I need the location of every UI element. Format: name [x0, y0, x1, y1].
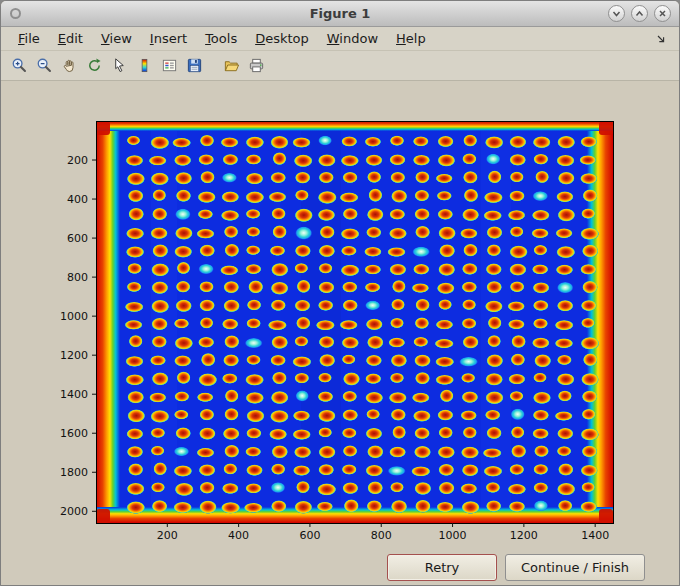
legend-icon	[161, 57, 178, 74]
save-floppy-icon	[186, 57, 203, 74]
zoom-in-icon	[11, 57, 28, 74]
svg-text:200: 200	[157, 529, 178, 542]
menu-tools[interactable]: Tools	[196, 29, 246, 48]
menu-file[interactable]: File	[9, 29, 49, 48]
pan-button[interactable]	[57, 54, 81, 78]
svg-text:800: 800	[67, 271, 88, 284]
menu-insert[interactable]: Insert	[141, 29, 196, 48]
close-icon	[657, 8, 668, 19]
dock-arrow-icon	[655, 33, 667, 45]
titlebar[interactable]: Figure 1	[1, 1, 679, 27]
zoom-out-button[interactable]	[32, 54, 56, 78]
svg-text:600: 600	[299, 529, 320, 542]
image-layer	[96, 121, 613, 523]
chevron-up-icon	[634, 8, 645, 19]
printer-icon	[248, 57, 265, 74]
legend-button[interactable]	[157, 54, 181, 78]
menu-window[interactable]: Window	[318, 29, 387, 48]
minimize-button[interactable]	[608, 5, 625, 22]
svg-text:400: 400	[67, 193, 88, 206]
retry-button[interactable]: Retry	[387, 554, 497, 581]
rotate-3d-icon	[86, 57, 103, 74]
print-button[interactable]	[244, 54, 268, 78]
svg-text:400: 400	[228, 529, 249, 542]
zoom-in-button[interactable]	[7, 54, 31, 78]
open-button[interactable]	[219, 54, 243, 78]
dock-figure-button[interactable]	[655, 33, 667, 45]
colorbar-icon	[136, 57, 153, 74]
svg-text:1200: 1200	[60, 349, 88, 362]
figure-canvas: 2004006008001000120014002004006008001000…	[1, 81, 679, 585]
window-title: Figure 1	[1, 6, 679, 21]
svg-text:1600: 1600	[60, 427, 88, 440]
svg-text:1800: 1800	[60, 466, 88, 479]
figure-plot[interactable]: 2004006008001000120014002004006008001000…	[1, 81, 680, 586]
svg-text:200: 200	[67, 154, 88, 167]
window-menu-icon[interactable]	[10, 8, 21, 19]
close-button[interactable]	[654, 5, 671, 22]
maximize-button[interactable]	[631, 5, 648, 22]
save-button[interactable]	[182, 54, 206, 78]
svg-text:800: 800	[371, 529, 392, 542]
data-cursor-button[interactable]	[107, 54, 131, 78]
colorbar-button[interactable]	[132, 54, 156, 78]
open-folder-icon	[223, 57, 240, 74]
svg-text:1200: 1200	[510, 529, 538, 542]
svg-text:600: 600	[67, 232, 88, 245]
svg-text:2000: 2000	[60, 505, 88, 518]
menu-help[interactable]: Help	[387, 29, 435, 48]
chevron-down-icon	[611, 8, 622, 19]
zoom-out-icon	[36, 57, 53, 74]
menu-desktop[interactable]: Desktop	[246, 29, 318, 48]
continue-finish-button[interactable]: Continue / Finish	[505, 554, 645, 581]
menu-edit[interactable]: Edit	[49, 29, 92, 48]
svg-text:1400: 1400	[60, 388, 88, 401]
svg-text:1400: 1400	[581, 529, 609, 542]
figure-window: Figure 1 File Edit View	[0, 0, 680, 586]
pan-hand-icon	[61, 57, 78, 74]
svg-text:1000: 1000	[60, 310, 88, 323]
menubar: File Edit View Insert Tools Desktop Wind…	[1, 27, 679, 51]
window-controls	[608, 5, 671, 22]
figure-toolbar	[1, 51, 679, 81]
svg-text:1000: 1000	[439, 529, 467, 542]
menu-view[interactable]: View	[92, 29, 141, 48]
rotate-3d-button[interactable]	[82, 54, 106, 78]
data-cursor-icon	[111, 57, 128, 74]
